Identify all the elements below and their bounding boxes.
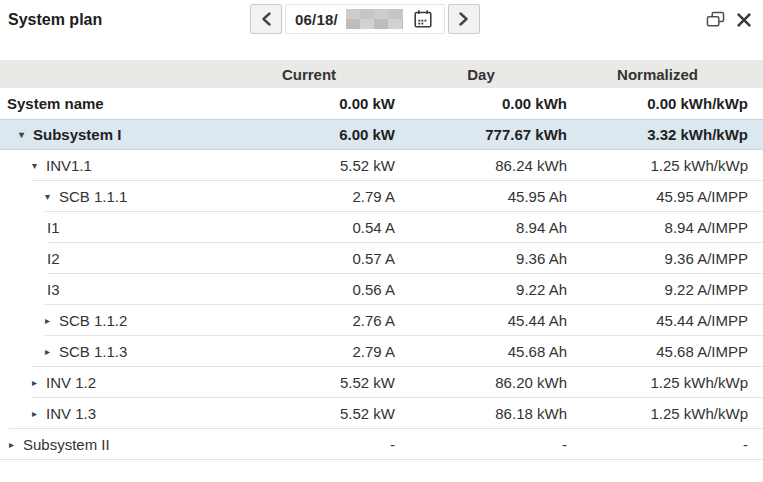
table-body: System name0.00 kW0.00 kWh0.00 kWh/kWp▾S… [0, 88, 763, 460]
row-label: INV 1.3 [46, 405, 96, 422]
table-row[interactable]: ▾INV1.15.52 kW86.24 kWh1.25 kWh/kWp [0, 150, 763, 181]
cell-normalized: 3.32 kWh/kWp [567, 126, 763, 143]
cell-current: 5.52 kW [223, 157, 395, 174]
cell-day: 45.44 Ah [395, 312, 567, 329]
row-label: I3 [47, 281, 60, 298]
table-row[interactable]: System name0.00 kW0.00 kWh0.00 kWh/kWp [0, 88, 763, 119]
cell-normalized: 8.94 A/IMPP [567, 219, 763, 236]
cell-current: 0.57 A [223, 250, 395, 267]
calendar-button[interactable] [411, 7, 435, 31]
date-navigation: 06/18/ [250, 4, 480, 34]
row-label: I2 [47, 250, 60, 267]
table-row[interactable]: ▸INV 1.35.52 kW86.18 kWh1.25 kWh/kWp [0, 398, 763, 429]
popout-icon[interactable] [706, 11, 725, 28]
cell-current: 6.00 kW [223, 126, 395, 143]
cell-current: 2.76 A [223, 312, 395, 329]
chevron-right-icon [457, 12, 470, 26]
table-row[interactable]: ▸INV 1.25.52 kW86.20 kWh1.25 kWh/kWp [0, 367, 763, 398]
collapse-arrow-icon[interactable]: ▾ [32, 161, 46, 171]
table-row[interactable]: ▸Subsystem II--- [0, 429, 763, 460]
row-label: System name [7, 95, 104, 112]
row-label: Subsystem II [23, 436, 110, 453]
cell-day: 45.68 Ah [395, 343, 567, 360]
cell-current: 5.52 kW [223, 405, 395, 422]
cell-day: 777.67 kWh [395, 126, 567, 143]
cell-current: 2.79 A [223, 188, 395, 205]
row-label: Subsystem I [33, 126, 121, 143]
cell-normalized: 1.25 kWh/kWp [567, 374, 763, 391]
cell-day: 86.20 kWh [395, 374, 567, 391]
expand-arrow-icon[interactable]: ▸ [45, 316, 59, 326]
expand-arrow-icon[interactable]: ▸ [9, 440, 23, 450]
cell-current: 2.79 A [223, 343, 395, 360]
collapse-arrow-icon[interactable]: ▾ [19, 130, 33, 140]
table-row[interactable]: I30.56 A9.22 Ah9.22 A/IMPP [0, 274, 763, 305]
cell-current: 0.00 kW [223, 95, 395, 112]
chevron-left-icon [260, 12, 273, 26]
cell-current: 0.56 A [223, 281, 395, 298]
row-label: I1 [47, 219, 60, 236]
cell-day: 45.95 Ah [395, 188, 567, 205]
table-header: Current Day Normalized [0, 60, 763, 88]
cell-normalized: 45.44 A/IMPP [567, 312, 763, 329]
expand-arrow-icon[interactable]: ▸ [32, 378, 46, 388]
date-display: 06/18/ [285, 4, 445, 34]
title-bar: System plan 06/18/ [0, 0, 763, 48]
table-row[interactable]: I20.57 A9.36 Ah9.36 A/IMPP [0, 243, 763, 274]
prev-day-button[interactable] [250, 4, 282, 34]
table-row[interactable]: ▸SCB 1.1.22.76 A45.44 Ah45.44 A/IMPP [0, 305, 763, 336]
cell-normalized: 1.25 kWh/kWp [567, 157, 763, 174]
cell-current: - [223, 436, 395, 453]
row-label: SCB 1.1.2 [59, 312, 127, 329]
cell-current: 5.52 kW [223, 374, 395, 391]
cell-day: 86.18 kWh [395, 405, 567, 422]
collapse-arrow-icon[interactable]: ▾ [45, 192, 59, 202]
row-label: SCB 1.1.3 [59, 343, 127, 360]
column-header-day: Day [395, 66, 567, 83]
column-header-current: Current [223, 66, 395, 83]
cell-day: 8.94 Ah [395, 219, 567, 236]
table-row[interactable]: ▾Subsystem I6.00 kW777.67 kWh3.32 kWh/kW… [0, 119, 763, 150]
cell-normalized: 9.36 A/IMPP [567, 250, 763, 267]
system-plan-widget: System plan 06/18/ [0, 0, 763, 482]
expand-arrow-icon[interactable]: ▸ [32, 409, 46, 419]
cell-normalized: - [567, 436, 763, 453]
cell-normalized: 9.22 A/IMPP [567, 281, 763, 298]
expand-arrow-icon[interactable]: ▸ [45, 347, 59, 357]
close-icon[interactable] [736, 12, 752, 28]
row-label: INV1.1 [46, 157, 92, 174]
row-label: INV 1.2 [46, 374, 96, 391]
cell-day: 0.00 kWh [395, 95, 567, 112]
next-day-button[interactable] [448, 4, 480, 34]
cell-current: 0.54 A [223, 219, 395, 236]
cell-normalized: 0.00 kWh/kWp [567, 95, 763, 112]
date-text: 06/18/ [295, 11, 338, 28]
row-label: SCB 1.1.1 [59, 188, 127, 205]
cell-day: 9.22 Ah [395, 281, 567, 298]
window-controls [706, 11, 752, 28]
cell-day: 86.24 kWh [395, 157, 567, 174]
cell-day: 9.36 Ah [395, 250, 567, 267]
cell-normalized: 45.95 A/IMPP [567, 188, 763, 205]
redacted-year [346, 9, 403, 29]
table-row[interactable]: ▾SCB 1.1.12.79 A45.95 Ah45.95 A/IMPP [0, 181, 763, 212]
column-header-normalized: Normalized [567, 66, 763, 83]
cell-normalized: 45.68 A/IMPP [567, 343, 763, 360]
table-row[interactable]: ▸SCB 1.1.32.79 A45.68 Ah45.68 A/IMPP [0, 336, 763, 367]
cell-day: - [395, 436, 567, 453]
cell-normalized: 1.25 kWh/kWp [567, 405, 763, 422]
calendar-icon [412, 8, 434, 30]
table-row[interactable]: I10.54 A8.94 Ah8.94 A/IMPP [0, 212, 763, 243]
page-title: System plan [8, 11, 102, 29]
